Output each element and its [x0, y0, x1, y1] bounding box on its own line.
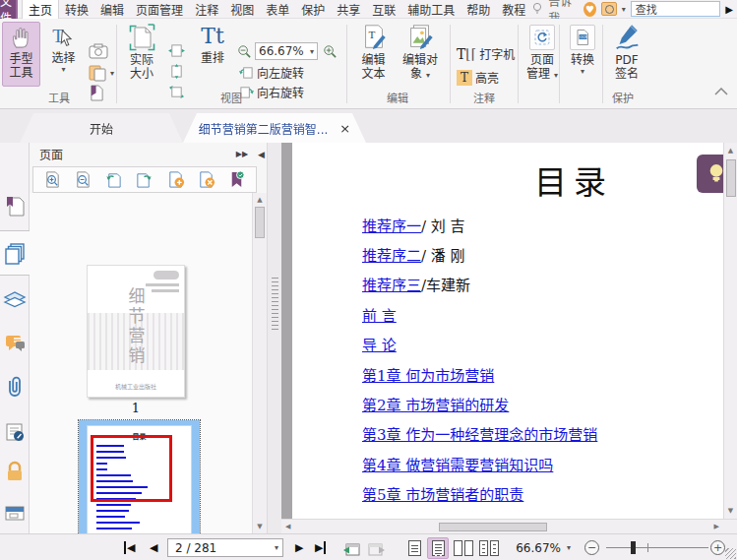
clipboard-button[interactable]: ▾ — [88, 64, 114, 82]
expand-panel-icon[interactable]: ▶▶ — [236, 150, 248, 159]
destinations-panel-icon[interactable] — [3, 497, 27, 521]
zoom-percentage-label[interactable]: 66.67% — [510, 534, 561, 560]
toc-link[interactable]: 推荐序二 — [362, 244, 421, 265]
comments-panel-icon[interactable] — [3, 332, 27, 355]
convert-button[interactable]: OCR 转换 ▾ — [563, 22, 602, 87]
toc-link[interactable]: 推荐序一 — [362, 215, 421, 235]
toc-link[interactable]: 第1章 何为市场营销 — [362, 364, 494, 385]
panel-splitter[interactable] — [267, 143, 281, 533]
ribbon-tab-home[interactable]: 主页 — [22, 0, 59, 20]
layers-panel-icon[interactable] — [3, 287, 27, 311]
ribbon-tab-convert[interactable]: 转换 — [59, 0, 94, 20]
ribbon-tab-accessibility[interactable]: 辅助工具 — [401, 0, 461, 20]
page-management-button[interactable]: 页面 管理 ▾ — [522, 22, 563, 87]
panel-scrollbar[interactable]: ▲ ▼ — [252, 193, 267, 533]
current-view-rectangle[interactable] — [91, 435, 172, 502]
ribbon-tab-comment[interactable]: 注释 — [189, 0, 224, 20]
next-page-button[interactable]: ▶ — [295, 534, 303, 560]
enlarge-thumbnails-icon[interactable] — [43, 170, 62, 189]
ribbon-tab-connect[interactable]: 互联 — [366, 0, 401, 20]
fit-page-button[interactable] — [168, 64, 185, 79]
vertical-scrollbar[interactable]: ▲ ▼ — [723, 143, 737, 519]
tab-start-page[interactable]: 开始 — [20, 113, 183, 143]
snapshot-button[interactable] — [89, 43, 108, 59]
zoom-minus-button[interactable]: − — [584, 534, 599, 560]
collapse-ribbon-icon[interactable] — [714, 88, 730, 99]
single-page-view-button[interactable] — [403, 534, 425, 560]
previous-view-button[interactable] — [342, 534, 360, 560]
hand-tool-button[interactable]: 手型 工具 — [2, 22, 40, 87]
reflow-button[interactable]: Tt 重排 — [192, 22, 233, 87]
ribbon-tab-organize[interactable]: 页面管理 — [130, 0, 189, 20]
file-menu-button[interactable]: 文件 — [0, 0, 18, 19]
search-scope-icon[interactable] — [601, 2, 617, 16]
fit-visible-button[interactable] — [168, 85, 185, 99]
tab-active-document[interactable]: 细节营销第二版营销智... × — [183, 113, 366, 143]
panel-scroll-down-icon[interactable]: ▼ — [253, 523, 267, 530]
insert-page-icon[interactable] — [166, 170, 185, 189]
zoom-plus-button[interactable]: + — [710, 534, 725, 560]
toc-link[interactable]: 第3章 作为一种经营理念的市场营销 — [362, 423, 597, 444]
toc-link[interactable]: 第4章 做营销需要营销知识吗 — [362, 454, 553, 474]
purple-page-button[interactable] — [90, 85, 104, 101]
edit-object-button[interactable]: 编辑对象 ▾ — [398, 22, 443, 87]
first-page-button[interactable]: ◀ — [124, 534, 135, 560]
splitter-grip[interactable] — [272, 276, 278, 330]
window-resize-grip[interactable] — [725, 548, 736, 559]
zoom-slider-track[interactable] — [606, 547, 708, 548]
ribbon-tab-form[interactable]: 表单 — [260, 0, 295, 20]
pdf-sign-button[interactable]: PDF 签名 — [606, 22, 647, 87]
zoom-out-button[interactable] — [237, 44, 252, 59]
thumbnail-page-1[interactable]: 细节营销 机械工业出版社 — [87, 265, 185, 398]
next-view-button[interactable] — [368, 534, 386, 560]
pages-panel-icon[interactable] — [3, 241, 27, 265]
continuous-facing-view-button[interactable] — [478, 534, 500, 560]
delete-page-icon[interactable] — [197, 170, 215, 189]
toc-link[interactable]: 第2章 市场营销的研发 — [362, 394, 509, 414]
attachments-panel-icon[interactable] — [3, 375, 27, 399]
toc-link[interactable]: 第5章 市场营销者的职责 — [362, 483, 523, 504]
collapse-panel-icon[interactable]: ◀ — [258, 150, 265, 159]
continuous-view-button[interactable] — [427, 534, 449, 560]
select-tool-button[interactable]: T 选择 ▾ — [44, 22, 83, 87]
vertical-scrollbar-thumb[interactable] — [726, 159, 736, 197]
typewriter-button[interactable]: T⌊⌈ 打字机 — [457, 45, 515, 62]
horizontal-scrollbar[interactable]: ◀ ▶ — [281, 519, 737, 533]
scroll-left-icon[interactable]: ◀ — [285, 523, 290, 530]
ribbon-tab-share[interactable]: 共享 — [331, 0, 366, 20]
zoom-caret-icon[interactable]: ▾ — [567, 534, 571, 560]
scroll-up-icon[interactable]: ▲ — [724, 147, 737, 155]
scroll-right-icon[interactable]: ▶ — [714, 523, 719, 530]
rotate-page-left-icon[interactable] — [104, 170, 123, 189]
ribbon-tab-view[interactable]: 视图 — [224, 0, 260, 20]
zoom-slider-thumb[interactable] — [631, 541, 636, 554]
ribbon-tab-protect[interactable]: 保护 — [295, 0, 331, 20]
horizontal-scrollbar-thumb[interactable] — [439, 523, 547, 531]
last-page-button[interactable]: ▶ — [315, 534, 326, 560]
panel-scroll-up-icon[interactable]: ▲ — [253, 196, 267, 204]
close-tab-icon[interactable]: × — [339, 121, 350, 136]
zoom-level-combobox[interactable]: 66.67%▾ — [255, 42, 318, 60]
highlight-button[interactable]: T 高亮 — [457, 69, 499, 86]
bookmark-page-icon[interactable] — [227, 170, 246, 189]
page-number-combobox[interactable]: 2 / 281▾ — [167, 534, 283, 560]
rotate-left-button[interactable]: 向左旋转 — [239, 64, 304, 81]
ribbon-tab-help[interactable]: 帮助 — [461, 0, 496, 20]
edit-text-button[interactable]: T 编辑 文本 — [352, 22, 395, 87]
find-input[interactable]: 查找 — [631, 1, 721, 17]
feedback-heart-icon[interactable]: ♥ — [583, 2, 596, 17]
toc-link[interactable]: 导 论 — [362, 334, 397, 354]
ribbon-tab-tutorial[interactable]: 教程 — [496, 0, 531, 20]
security-panel-icon[interactable] — [3, 460, 27, 483]
panel-scrollbar-thumb[interactable] — [255, 207, 265, 238]
ribbon-tab-edit[interactable]: 编辑 — [94, 0, 130, 20]
search-scope-caret-icon[interactable]: ▾ — [622, 5, 626, 14]
pdf-page[interactable]: 目录 推荐序一 / 刘 吉 推荐序二 / 潘 刚 推荐序三 /车建新 前 言 导… — [292, 143, 723, 519]
toc-link[interactable]: 推荐序三 — [362, 274, 421, 294]
fit-width-button[interactable] — [168, 43, 185, 58]
bookmarks-panel-icon[interactable] — [3, 195, 27, 218]
actual-size-button[interactable]: 实际 大小 — [121, 22, 162, 87]
zoom-in-button[interactable] — [323, 44, 338, 59]
digital-signatures-panel-icon[interactable] — [3, 420, 27, 444]
facing-view-button[interactable] — [453, 534, 474, 560]
